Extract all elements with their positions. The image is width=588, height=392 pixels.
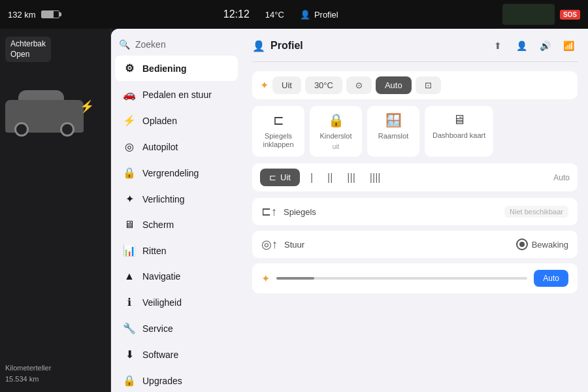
sidebar-item-software[interactable]: ⬇ Software	[115, 342, 238, 367]
kinderslot-button[interactable]: 🔒 Kinderslot uit	[310, 106, 362, 157]
wiper-uit-button[interactable]: ⊏ Uit	[260, 169, 300, 186]
search-label: Zoeken	[135, 39, 166, 50]
temp-button[interactable]: 30°C	[305, 76, 342, 94]
sidebar-item-opladen[interactable]: ⚡ Opladen	[115, 108, 238, 133]
sidebar-label-pedalen: Pedalen en stuur	[142, 90, 212, 100]
sos-badge: SOS	[560, 10, 580, 20]
sidebar-item-service[interactable]: 🔧 Service	[115, 316, 238, 341]
sidebar-label-software: Software	[142, 350, 178, 360]
profile-icons: ⬆ 👤 🔊 📶	[489, 37, 578, 55]
sidebar-label-veiligheid: Veiligheid	[142, 297, 182, 308]
wheel-right	[60, 122, 74, 137]
sidebar: 🔍 Zoeken ⚙ Bediening 🚗 Pedalen en stuur …	[111, 29, 242, 392]
autopilot-icon: ◎	[123, 140, 136, 153]
wiper-speed-3-button[interactable]: |||	[343, 169, 359, 186]
profile-indicator: 👤 Profiel	[300, 10, 338, 20]
sidebar-item-navigatie[interactable]: ▲ Navigatie	[115, 264, 238, 289]
brightness-sun-icon: ✦	[260, 79, 269, 91]
sidebar-label-upgrades: Upgrades	[142, 376, 182, 386]
steering-icon: ◎↑	[261, 237, 278, 252]
mirrors-label: Spiegels	[284, 207, 498, 217]
sidebar-item-autopilot[interactable]: ◎ Autopilot	[115, 134, 238, 159]
sidebar-label-ritten: Ritten	[142, 246, 167, 256]
climate-row: ✦ Uit 30°C ⊙ Auto ⊡	[252, 71, 578, 99]
achterbak-label: AchterbakOpen	[5, 37, 51, 62]
spiegels-inklappen-button[interactable]: ⊏ Spiegelsinklappen	[252, 106, 304, 157]
status-right: SOS	[502, 4, 580, 25]
wiper-speed-1-button[interactable]: |	[306, 169, 317, 186]
defrost-button[interactable]: ⊡	[416, 76, 441, 94]
sidebar-label-bediening: Bediening	[142, 63, 187, 74]
raamslot-button[interactable]: 🪟 Raamslot	[367, 106, 419, 157]
sidebar-item-pedalen[interactable]: 🚗 Pedalen en stuur	[115, 82, 238, 107]
lock-cards-row: ⊏ Spiegelsinklappen 🔒 Kinderslot uit 🪟 R…	[252, 106, 578, 157]
wiper-speed-4-button[interactable]: ||||	[366, 169, 385, 186]
brightness-track[interactable]	[276, 277, 527, 280]
odometer-label: Kilometerteller	[5, 363, 51, 374]
range-value: 132 km	[8, 10, 36, 20]
mirrors-adjust-icon: ⊏↑	[261, 204, 277, 219]
bewaking-label: Bewaking	[532, 240, 568, 250]
odometer-value: 15.534 km	[5, 374, 51, 385]
unavailable-badge: Niet beschikbaar	[504, 206, 568, 218]
upgrades-icon: 🔒	[123, 374, 136, 387]
search-bar[interactable]: 🔍 Zoeken	[111, 34, 242, 55]
steering-label: Stuur	[284, 240, 304, 250]
wiper-speed-2-button[interactable]: ||	[323, 169, 336, 186]
child-lock-icon: 🔒	[328, 112, 344, 128]
uit-button[interactable]: Uit	[272, 76, 301, 94]
signal-icon[interactable]: 📶	[559, 37, 578, 55]
sidebar-item-vergrendeling[interactable]: 🔒 Vergrendeling	[115, 160, 238, 186]
temperature: 14°C	[265, 10, 284, 20]
steering-row: ◎↑ Stuur Bewaking	[252, 231, 578, 258]
person-icon: 👤	[300, 10, 310, 20]
wiper-row: ⊏ Uit | || ||| |||| Auto	[252, 163, 578, 191]
brightness-auto-button[interactable]: Auto	[534, 270, 568, 287]
vergrendeling-icon: 🔒	[123, 167, 136, 179]
dashboard-icon: 🖥	[453, 112, 466, 127]
settings-panel: 🔍 Zoeken ⚙ Bediening 🚗 Pedalen en stuur …	[111, 29, 588, 392]
search-icon: 🔍	[119, 39, 130, 50]
wiper-auto-label: Auto	[553, 173, 570, 182]
bewaking-button[interactable]: Bewaking	[516, 238, 568, 250]
wheel-left	[14, 122, 29, 137]
sidebar-item-ritten[interactable]: 📊 Ritten	[115, 238, 238, 263]
window-lock-icon: 🪟	[385, 112, 402, 128]
odometer-display: Kilometerteller 15.534 km	[5, 355, 51, 384]
user-icon[interactable]: 👤	[512, 37, 531, 55]
radio-button	[516, 238, 528, 250]
charging-icon: ⚡	[80, 99, 94, 114]
sidebar-label-service: Service	[142, 323, 173, 334]
dashboard-kaart-button[interactable]: 🖥 Dashboard kaart	[425, 106, 493, 157]
sidebar-item-verlichting[interactable]: ✦ Verlichting	[115, 186, 238, 212]
sidebar-item-veiligheid[interactable]: ℹ Veiligheid	[115, 289, 238, 315]
software-icon: ⬇	[123, 348, 136, 361]
auto-climate-button[interactable]: Auto	[376, 76, 412, 94]
scherm-icon: 🖥	[123, 219, 136, 231]
mirrors-fold-icon: ⊏	[273, 112, 284, 128]
wiper-icon: ⊏	[269, 172, 276, 182]
car-body	[5, 100, 84, 133]
sidebar-item-bediening[interactable]: ⚙ Bediening	[115, 56, 238, 81]
upload-icon[interactable]: ⬆	[489, 37, 507, 55]
sidebar-item-upgrades[interactable]: 🔒 Upgrades	[115, 368, 238, 392]
sidebar-label-vergrendeling: Vergrendeling	[142, 168, 199, 178]
profile-person-icon: 👤	[252, 40, 265, 52]
status-center: 12:12 14°C 👤 Profiel	[70, 8, 492, 20]
sidebar-item-scherm[interactable]: 🖥 Scherm	[115, 212, 238, 237]
sidebar-label-scherm: Scherm	[142, 220, 174, 230]
fan-button[interactable]: ⊙	[346, 76, 372, 94]
profile-header: 👤 Profiel ⬆ 👤 🔊 📶	[252, 37, 578, 62]
battery-icon	[41, 10, 59, 18]
profile-title: Profiel	[270, 40, 483, 52]
map-thumbnail	[502, 4, 555, 25]
status-bar: 132 km 12:12 14°C 👤 Profiel SOS	[0, 0, 588, 29]
car-panel: AchterbakOpen ⚡ Kilometerteller 15.534 k…	[0, 29, 111, 392]
verlichting-icon: ✦	[123, 193, 136, 205]
range-display: 132 km	[8, 10, 59, 20]
sound-icon[interactable]: 🔊	[536, 37, 554, 55]
sidebar-label-verlichting: Verlichting	[142, 194, 185, 204]
service-icon: 🔧	[123, 322, 136, 335]
wiper-uit-label: Uit	[280, 172, 291, 182]
navigatie-icon: ▲	[123, 270, 136, 282]
